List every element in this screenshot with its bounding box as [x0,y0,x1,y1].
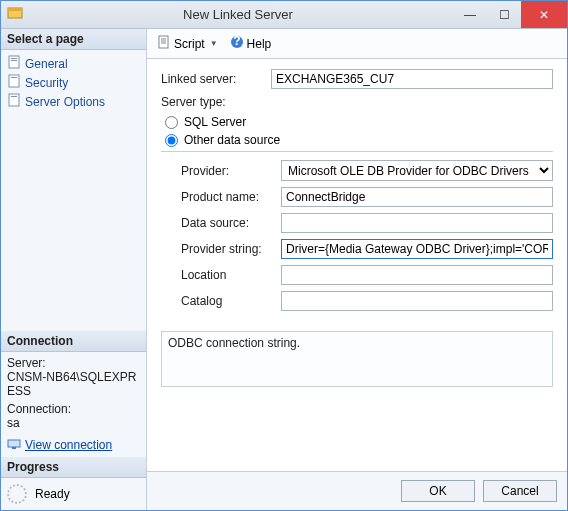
select-page-header: Select a page [1,29,146,50]
location-input[interactable] [281,265,553,285]
radio-sql-server[interactable] [165,116,178,129]
app-icon [7,5,23,24]
svg-text:?: ? [233,35,240,48]
progress-status: Ready [35,487,70,501]
product-name-label: Product name: [181,190,281,204]
radio-sql-label: SQL Server [184,115,246,129]
sidebar-item-label: Security [25,76,68,90]
svg-rect-10 [12,447,16,449]
data-source-input[interactable] [281,213,553,233]
help-button[interactable]: ? Help [226,33,276,54]
server-label: Server: [7,356,140,370]
provider-label: Provider: [181,164,281,178]
view-connection-link[interactable]: View connection [25,438,112,452]
svg-rect-11 [159,36,168,48]
chevron-down-icon: ▼ [210,39,218,48]
sidebar: Select a page General Security Server Op… [1,29,147,510]
catalog-label: Catalog [181,294,281,308]
svg-rect-7 [9,94,19,106]
toolbar: Script ▼ ? Help [147,29,567,59]
progress-spinner-icon [7,484,27,504]
minimize-button[interactable]: — [453,1,487,28]
provider-string-input[interactable] [281,239,553,259]
svg-rect-4 [11,60,17,61]
radio-other-source[interactable] [165,134,178,147]
page-icon [7,55,21,72]
hint-box: ODBC connection string. [161,331,553,387]
provider-select[interactable]: Microsoft OLE DB Provider for ODBC Drive… [281,160,553,181]
linked-server-label: Linked server: [161,72,271,86]
location-label: Location [181,268,281,282]
script-icon [157,35,171,52]
product-name-input[interactable] [281,187,553,207]
close-button[interactable]: ✕ [521,1,567,28]
server-type-label: Server type: [161,95,271,109]
linked-server-input[interactable] [271,69,553,89]
svg-rect-5 [9,75,19,87]
sidebar-item-general[interactable]: General [3,54,144,73]
svg-rect-2 [9,56,19,68]
connection-value: sa [7,416,140,430]
connection-header: Connection [1,331,146,352]
svg-rect-1 [8,8,22,11]
catalog-input[interactable] [281,291,553,311]
provider-string-label: Provider string: [181,242,281,256]
page-icon [7,74,21,91]
maximize-button[interactable]: ☐ [487,1,521,28]
svg-rect-8 [11,96,17,97]
progress-header: Progress [1,457,146,478]
radio-other-label: Other data source [184,133,280,147]
ok-button[interactable]: OK [401,480,475,502]
server-value: CNSM-NB64\SQLEXPRESS [7,370,140,398]
window-title: New Linked Server [23,7,453,22]
sidebar-item-label: General [25,57,68,71]
help-icon: ? [230,35,244,52]
page-icon [7,93,21,110]
titlebar: New Linked Server — ☐ ✕ [1,1,567,29]
cancel-button[interactable]: Cancel [483,480,557,502]
svg-rect-9 [8,440,20,447]
sidebar-item-label: Server Options [25,95,105,109]
svg-rect-3 [11,58,17,59]
script-button[interactable]: Script ▼ [153,33,222,54]
data-source-label: Data source: [181,216,281,230]
connection-icon [7,436,21,453]
sidebar-item-server-options[interactable]: Server Options [3,92,144,111]
svg-rect-6 [11,77,17,78]
connection-label: Connection: [7,402,140,416]
sidebar-item-security[interactable]: Security [3,73,144,92]
